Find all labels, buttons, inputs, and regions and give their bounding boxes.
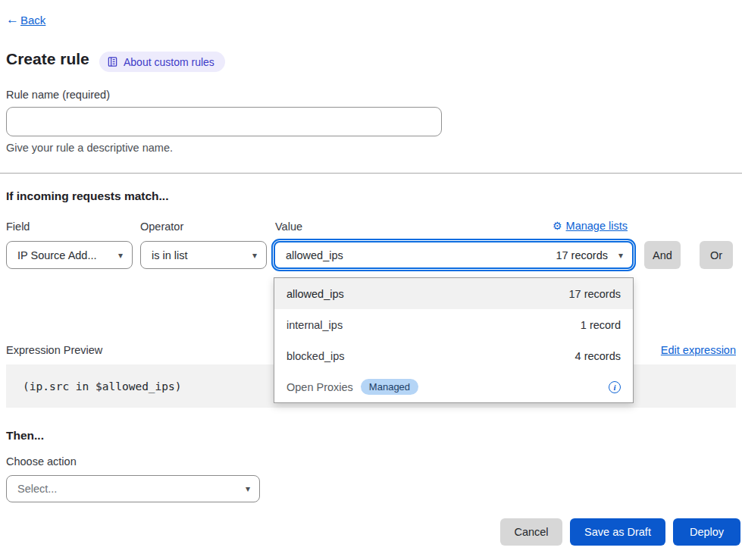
- book-icon: [107, 56, 118, 67]
- rule-name-input[interactable]: [6, 107, 442, 136]
- back-link-label: Back: [20, 14, 45, 27]
- expression-preview-label: Expression Preview: [6, 344, 102, 356]
- list-record-count: 1 record: [581, 319, 621, 331]
- match-section-heading: If incoming requests match...: [6, 189, 168, 203]
- gear-icon: ⚙: [553, 220, 562, 232]
- operator-select[interactable]: is in list ▾: [140, 241, 267, 269]
- cancel-button[interactable]: Cancel: [500, 518, 562, 546]
- list-name: Open Proxies: [286, 381, 353, 393]
- chevron-down-icon: ▾: [252, 250, 257, 261]
- value-column-label: Value: [275, 221, 302, 233]
- then-section-heading: Then...: [6, 429, 44, 443]
- manage-lists-link[interactable]: ⚙ Manage lists: [553, 220, 628, 232]
- or-button[interactable]: Or: [700, 241, 733, 269]
- page-title: Create rule: [6, 50, 89, 68]
- value-select[interactable]: allowed_ips 17 records ▾: [274, 241, 634, 269]
- rule-name-label: Rule name (required): [6, 89, 110, 101]
- choose-action-label: Choose action: [6, 455, 77, 468]
- chevron-down-icon: ▾: [618, 250, 623, 261]
- back-arrow-icon: ←: [6, 12, 19, 27]
- list-name: blocked_ips: [286, 350, 345, 362]
- action-select-placeholder: Select...: [17, 483, 57, 495]
- action-select[interactable]: Select... ▾: [6, 475, 260, 502]
- value-select-value: allowed_ips: [286, 249, 343, 261]
- save-as-draft-button[interactable]: Save as Draft: [570, 518, 665, 546]
- operator-select-value: is in list: [152, 249, 188, 261]
- list-name: internal_ips: [286, 319, 343, 331]
- list-record-count: 4 records: [575, 350, 621, 362]
- dropdown-item-internal-ips[interactable]: internal_ips 1 record: [274, 309, 633, 340]
- dropdown-item-blocked-ips[interactable]: blocked_ips 4 records: [274, 340, 633, 371]
- value-dropdown-menu: allowed_ips 17 records internal_ips 1 re…: [274, 277, 634, 403]
- field-select-value: IP Source Add...: [17, 249, 97, 261]
- dropdown-item-allowed-ips[interactable]: allowed_ips 17 records: [274, 278, 633, 309]
- info-icon[interactable]: i: [609, 381, 621, 393]
- field-column-label: Field: [6, 221, 30, 233]
- managed-badge: Managed: [361, 379, 418, 395]
- list-name: allowed_ips: [286, 288, 344, 300]
- section-divider: [0, 173, 742, 174]
- field-select[interactable]: IP Source Add... ▾: [6, 241, 133, 269]
- dropdown-item-open-proxies[interactable]: Open Proxies Managed i: [274, 371, 633, 402]
- about-custom-rules-badge[interactable]: About custom rules: [99, 52, 225, 72]
- deploy-button[interactable]: Deploy: [673, 518, 740, 546]
- about-badge-label: About custom rules: [124, 56, 214, 68]
- back-link[interactable]: ←Back: [6, 12, 45, 27]
- list-record-count: 17 records: [568, 288, 621, 300]
- expression-code: (ip.src in $allowed_ips): [23, 380, 182, 393]
- operator-column-label: Operator: [140, 221, 183, 233]
- chevron-down-icon: ▾: [246, 483, 250, 494]
- and-button[interactable]: And: [644, 241, 681, 269]
- value-select-records: 17 records: [556, 249, 608, 261]
- rule-name-helper-text: Give your rule a descriptive name.: [6, 142, 173, 154]
- manage-lists-label: Manage lists: [566, 220, 628, 232]
- edit-expression-link[interactable]: Edit expression: [661, 344, 736, 356]
- chevron-down-icon: ▾: [118, 250, 123, 261]
